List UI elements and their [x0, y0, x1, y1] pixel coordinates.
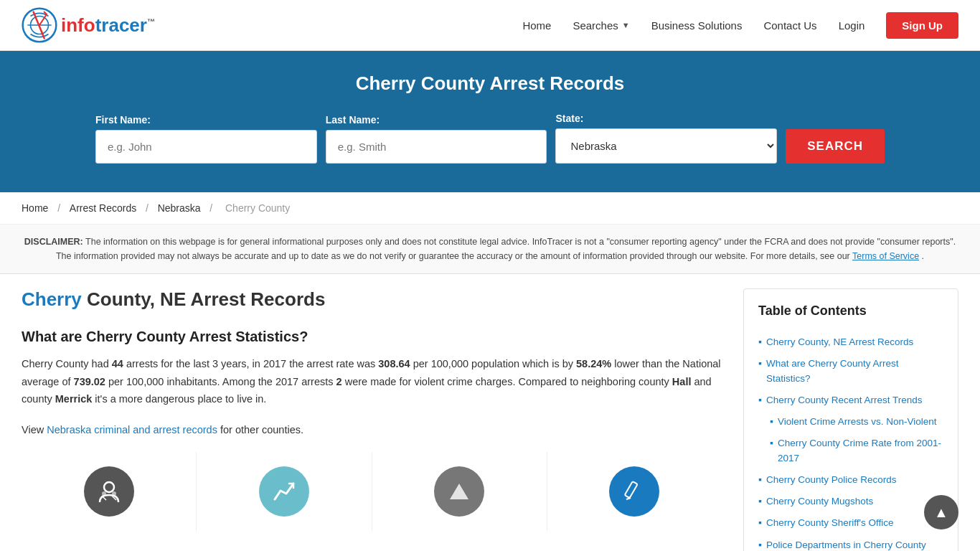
breadcrumb-sep2: / [143, 202, 154, 214]
toc-link-5[interactable]: Cherry County Crime Rate from 2001-2017 [778, 436, 943, 466]
svg-marker-8 [450, 484, 468, 499]
searches-chevron: ▼ [622, 21, 630, 29]
icons-row [22, 452, 722, 531]
stats-heading: What are Cherry County Arrest Statistics… [22, 329, 722, 345]
content-area: Cherry County, NE Arrest Records What ar… [0, 274, 980, 551]
toc-item-6: Cherry County Police Records [758, 469, 943, 491]
stats-text2: arrests for the last 3 years, in 2017 th… [123, 358, 378, 369]
logo: infotracer™ [22, 7, 155, 43]
toc-item-2: What are Cherry County Arrest Statistics… [758, 353, 943, 390]
first-name-group: First Name: [95, 114, 317, 164]
icon-box-2 [197, 452, 372, 531]
view-paragraph: View Nebraska criminal and arrest record… [22, 421, 722, 439]
logo-red: info [61, 14, 95, 36]
breadcrumb-sep3: / [207, 202, 218, 214]
breadcrumb-nebraska[interactable]: Nebraska [158, 202, 201, 214]
stats-2: 2 [336, 376, 342, 387]
toc-link-8[interactable]: Cherry County Sheriff's Office [766, 516, 894, 530]
icon-box-1 [22, 452, 197, 531]
toc-list: Cherry County, NE Arrest Records What ar… [758, 331, 943, 551]
toc-link-6[interactable]: Cherry County Police Records [766, 473, 897, 487]
toc-link-4[interactable]: Violent Crime Arrests vs. Non-Violent [778, 415, 937, 429]
stats-739: 739.02 [74, 376, 105, 387]
logo-tm: ™ [147, 17, 155, 26]
heading-rest: County, NE Arrest Records [82, 288, 326, 310]
state-group: State: Nebraska Alabama Alaska Arizona C… [555, 113, 777, 164]
last-name-label: Last Name: [326, 114, 380, 126]
up-icon [434, 466, 484, 517]
nav-searches[interactable]: Searches ▼ [573, 19, 629, 32]
breadcrumb: Home / Arrest Records / Nebraska / Cherr… [0, 192, 980, 225]
first-name-input[interactable] [95, 130, 317, 164]
pencil-icon [609, 466, 659, 517]
icon-box-3 [372, 452, 547, 531]
toc-link-3[interactable]: Cherry County Recent Arrest Trends [766, 393, 923, 408]
toc-item-4: Violent Crime Arrests vs. Non-Violent [758, 411, 943, 433]
disclaimer-bar: DISCLAIMER: The information on this webp… [0, 225, 980, 274]
view-text1: View [22, 424, 47, 435]
nav-home[interactable]: Home [522, 19, 551, 32]
toc-item-7: Cherry County Mugshots [758, 491, 943, 512]
toc-heading: Table of Contents [758, 303, 943, 319]
stats-text6: were made for violent crime charges. Com… [342, 376, 672, 387]
disclaimer-bold: DISCLAIMER: [24, 237, 83, 247]
toc-link-7[interactable]: Cherry County Mugshots [766, 494, 873, 509]
search-form: First Name: Last Name: State: Nebraska A… [95, 113, 885, 164]
logo-blue: tracer [95, 14, 147, 36]
disclaimer-tos-link[interactable]: Terms of Service [852, 251, 919, 261]
breadcrumb-sep1: / [55, 202, 66, 214]
last-name-group: Last Name: [326, 114, 547, 164]
toc-link-1[interactable]: Cherry County, NE Arrest Records [766, 335, 913, 349]
stats-paragraph: Cherry County had 44 arrests for the las… [22, 355, 722, 408]
disclaimer-tos-suffix: . [922, 251, 924, 261]
search-button[interactable]: SEARCH [786, 129, 885, 164]
main-content: Cherry County, NE Arrest Records What ar… [22, 288, 743, 531]
breadcrumb-home[interactable]: Home [22, 202, 48, 214]
arrest-icon [84, 466, 134, 517]
state-select[interactable]: Nebraska Alabama Alaska Arizona Californ… [555, 128, 777, 164]
scroll-to-top-button[interactable]: ▲ [924, 495, 958, 529]
stats-308: 308.64 [378, 358, 410, 369]
nav-business-solutions[interactable]: Business Solutions [651, 19, 743, 32]
stats-text3: per 100,000 population which is by [410, 358, 576, 369]
toc-item-8: Cherry County Sheriff's Office [758, 512, 943, 534]
stats-text5: per 100,000 inhabitants. Among the 2017 … [105, 376, 336, 387]
stats-text8: it's a more dangerous place to live in. [92, 393, 266, 405]
breadcrumb-arrest-records[interactable]: Arrest Records [70, 202, 136, 214]
toc-item-5: Cherry County Crime Rate from 2001-2017 [758, 433, 943, 469]
view-link[interactable]: Nebraska criminal and arrest records [47, 424, 217, 435]
breadcrumb-cherry-county: Cherry County [225, 202, 290, 214]
toc-item-3: Cherry County Recent Arrest Trends [758, 390, 943, 411]
toc-link-9[interactable]: Police Departments in Cherry County [766, 538, 926, 552]
svg-rect-9 [625, 481, 638, 498]
logo-icon [22, 7, 57, 43]
heading-cherry: Cherry [22, 288, 82, 310]
disclaimer-text: The information on this webpage is for g… [56, 237, 956, 261]
first-name-label: First Name: [95, 114, 151, 126]
stats-text1: Cherry County had [22, 358, 112, 369]
toc-link-2[interactable]: What are Cherry County Arrest Statistics… [766, 357, 943, 386]
login-button[interactable]: Login [839, 19, 865, 32]
main-nav: Home Searches ▼ Business Solutions Conta… [522, 12, 958, 39]
svg-point-3 [104, 482, 114, 492]
hero-section: Cherry County Arrest Records First Name:… [0, 51, 980, 192]
toc-item-9: Police Departments in Cherry County [758, 534, 943, 552]
stats-merrick: Merrick [55, 393, 93, 405]
stats-hall: Hall [672, 376, 692, 387]
signup-button[interactable]: Sign Up [886, 12, 958, 39]
nav-contact-us[interactable]: Contact Us [763, 19, 816, 32]
site-header: infotracer™ Home Searches ▼ Business Sol… [0, 0, 980, 51]
state-label: State: [555, 113, 583, 124]
last-name-input[interactable] [326, 130, 547, 164]
stats-44: 44 [112, 358, 123, 369]
icon-box-4 [547, 452, 722, 531]
svg-point-4 [102, 491, 106, 496]
main-heading: Cherry County, NE Arrest Records [22, 288, 722, 311]
trend-icon [259, 466, 309, 517]
svg-point-5 [112, 491, 116, 496]
hero-title: Cherry County Arrest Records [22, 72, 958, 95]
stats-58: 58.24% [576, 358, 611, 369]
toc-item-1: Cherry County, NE Arrest Records [758, 331, 943, 353]
view-text2: for other counties. [217, 424, 303, 435]
svg-line-10 [626, 498, 631, 499]
